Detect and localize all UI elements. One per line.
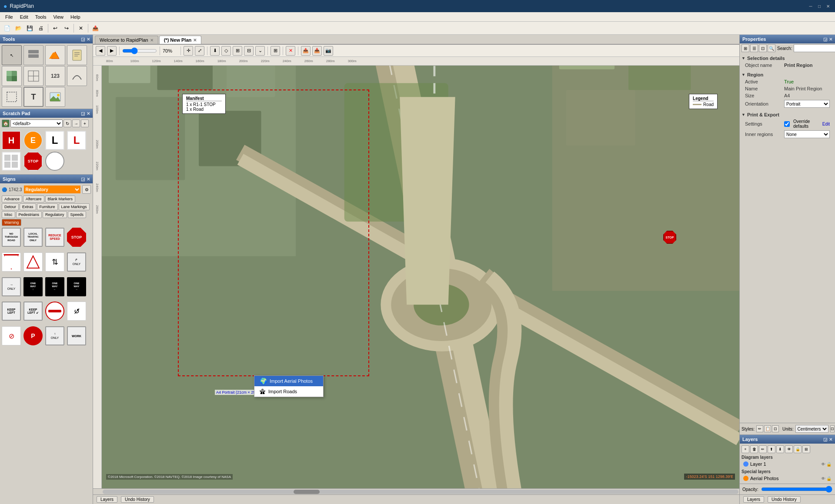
aerial-visible-icon[interactable]: 👁 — [821, 476, 825, 481]
style-pencil-icon[interactable]: ✏ — [756, 425, 763, 432]
sp-home-btn[interactable]: 🏠 — [2, 119, 10, 127]
sign-no-left[interactable]: ⊘ — [2, 326, 21, 345]
menu-edit[interactable]: Edit — [17, 13, 32, 20]
zoom-table[interactable]: ⊞ — [233, 46, 242, 56]
search-input[interactable] — [794, 44, 835, 52]
signs-category-select[interactable]: Regulatory — [24, 186, 80, 193]
selection-details-header[interactable]: ▼ Selection details — [741, 55, 833, 62]
tool-region[interactable] — [2, 87, 22, 107]
scratch-pad-close[interactable]: ✕ — [87, 111, 90, 116]
zoom-cross[interactable]: ✛ — [184, 46, 193, 56]
tb-undo[interactable]: ↩ — [50, 23, 60, 33]
ctx-import-roads[interactable]: 🛣 Import Roads — [254, 386, 323, 397]
region-header[interactable]: ▼ Region — [741, 71, 833, 78]
tab-speeds[interactable]: Speeds — [68, 211, 87, 218]
layer-visible-btn[interactable]: 👁 — [785, 445, 793, 453]
zoom-diamond[interactable]: ◇ — [221, 46, 231, 56]
map-scroll-horizontal[interactable] — [93, 488, 739, 494]
sp-grid-sign[interactable] — [2, 152, 21, 171]
zoom-table2[interactable]: ⊟ — [244, 46, 254, 56]
layer-up-btn[interactable]: ⬆ — [768, 445, 775, 453]
tb-export[interactable]: 📤 — [90, 23, 100, 33]
tab-new-plan[interactable]: (*) New Plan ✕ — [159, 36, 202, 44]
zoom-x[interactable]: ✕ — [286, 46, 295, 56]
undo-history-btn[interactable]: Undo History — [121, 496, 154, 503]
sp-add-btn[interactable]: → — [72, 119, 80, 127]
props-tab-4[interactable]: 🔍 — [768, 44, 775, 52]
layer-aerial[interactable]: Aerial Photos 👁 🔒 — [741, 475, 833, 482]
scratch-pad-float[interactable]: ◲ — [81, 111, 85, 116]
tb-redo[interactable]: ↪ — [61, 23, 72, 33]
settings-edit[interactable]: Edit — [822, 122, 830, 126]
tab-furniture[interactable]: Furniture — [37, 203, 58, 210]
maximize-button[interactable]: □ — [816, 3, 823, 10]
sign-no-entry[interactable] — [45, 302, 64, 321]
layer-delete-btn[interactable]: 🗑 — [750, 445, 758, 453]
print-export-header[interactable]: ▼ Print & Export — [741, 111, 833, 118]
layer-down-btn[interactable]: ⬇ — [776, 445, 784, 453]
sign-only-right2[interactable]: →ONLY — [2, 277, 21, 296]
style-copy-icon[interactable]: 📋 — [764, 425, 771, 432]
menu-help[interactable]: Help — [67, 13, 84, 20]
props-close[interactable]: ✕ — [829, 37, 832, 42]
tab-advance[interactable]: Advance — [2, 196, 22, 202]
sign-one-way-left[interactable]: ONEWAY← — [45, 277, 64, 296]
tool-barrier[interactable] — [45, 45, 65, 65]
layers-tab-btn[interactable]: Layers — [97, 496, 117, 503]
zoom-export2[interactable]: 📥 — [312, 46, 322, 56]
sp-new-btn[interactable]: + — [81, 119, 89, 127]
sign-no-through-road[interactable]: NOTHROUGHROAD — [2, 228, 21, 247]
zoom-camera[interactable]: 📷 — [324, 46, 333, 56]
tool-aerial[interactable] — [2, 66, 22, 86]
undo-bottom-tab[interactable]: Undo History — [768, 496, 801, 503]
sign-updown[interactable]: ⇅ — [45, 252, 64, 272]
units-select[interactable]: Centimeters Meters Inches Feet — [795, 425, 828, 433]
tool-text[interactable]: T — [23, 87, 43, 107]
sign-work[interactable]: WORK — [67, 326, 86, 345]
zoom-slider[interactable] — [122, 47, 157, 54]
aerial-lock-icon[interactable]: 🔒 — [826, 476, 832, 481]
sign-only-up[interactable]: ↑ONLY — [45, 326, 64, 345]
zoom-move[interactable]: ⊞ — [271, 46, 280, 56]
tool-layout[interactable] — [23, 66, 43, 86]
tb-save[interactable]: 💾 — [24, 23, 35, 33]
sp-h-sign[interactable]: H — [2, 131, 21, 150]
zoom-back[interactable]: ◀ — [96, 46, 105, 56]
tools-panel-float[interactable]: ◲ — [81, 37, 85, 42]
tab-new-plan-close[interactable]: ✕ — [193, 38, 197, 43]
sign-triangle[interactable] — [23, 252, 43, 272]
tb-open[interactable]: 📂 — [13, 23, 23, 33]
menu-tools[interactable]: Tools — [32, 13, 50, 20]
layers-close[interactable]: ✕ — [829, 437, 832, 442]
zoom-arrows[interactable]: ⤢ — [195, 46, 204, 56]
layers-float[interactable]: ◲ — [823, 437, 827, 442]
sp-l-black-sign[interactable]: L — [45, 131, 64, 150]
tab-lane-markings[interactable]: Lane Markings — [59, 203, 90, 210]
layers-bottom-tab[interactable]: Layers — [743, 496, 764, 503]
zoom-chevron[interactable]: ⌄ — [255, 46, 265, 56]
zoom-fwd[interactable]: ▶ — [107, 46, 117, 56]
sp-e-sign[interactable]: E — [23, 131, 43, 150]
ctx-import-aerial[interactable]: 🌍 Import Aerial Photos — [254, 376, 323, 386]
menu-view[interactable]: View — [50, 13, 67, 20]
signs-settings-btn[interactable]: ⚙ — [82, 185, 91, 194]
orientation-select[interactable]: Portrait Landscape — [784, 100, 830, 108]
signs-panel-float[interactable]: ◲ — [81, 177, 85, 182]
tools-panel-close[interactable]: ✕ — [87, 37, 90, 42]
tab-welcome[interactable]: Welcome to RapidPlan ✕ — [95, 36, 158, 44]
tool-curve[interactable] — [67, 66, 87, 86]
sp-circle-sign[interactable] — [45, 152, 64, 171]
close-button[interactable]: ✕ — [825, 3, 832, 10]
tab-warning[interactable]: Warning — [2, 219, 21, 226]
tab-regulatory[interactable]: Regulatory — [43, 211, 67, 218]
opacity-slider[interactable] — [761, 486, 832, 493]
tool-number[interactable]: 123 — [45, 66, 65, 86]
tab-detour[interactable]: Detour — [2, 203, 19, 210]
props-tab-2[interactable]: ☰ — [750, 44, 758, 52]
layer1-lock-icon[interactable]: 🔒 — [826, 462, 832, 467]
sign-one-way-right[interactable]: ONEWAY→ — [67, 277, 86, 296]
settings-checkbox[interactable] — [784, 121, 790, 127]
minimize-button[interactable]: ─ — [807, 3, 814, 10]
zoom-export1[interactable]: 📤 — [301, 46, 311, 56]
menu-file[interactable]: File — [2, 13, 17, 20]
